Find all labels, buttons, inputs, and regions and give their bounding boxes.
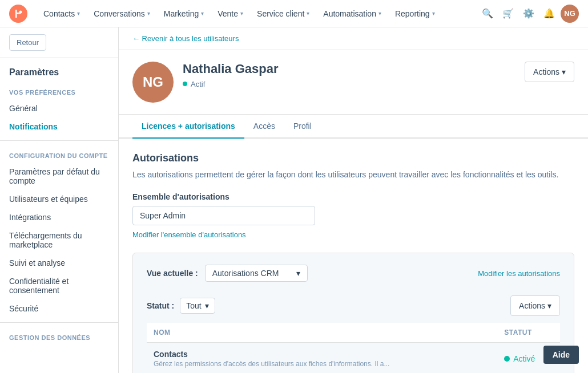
autorisations-description: Les autorisations permettent de gérer la… xyxy=(132,169,574,181)
chevron-down-icon: ▾ xyxy=(378,10,381,17)
avatar[interactable]: NG xyxy=(561,5,579,23)
col-statut: STATUT xyxy=(497,323,560,343)
table-header: NOM STATUT xyxy=(147,323,560,343)
vue-header: Vue actuelle : Autorisations CRM ▾ Modif… xyxy=(147,265,560,282)
chevron-down-icon: ▾ xyxy=(240,10,243,17)
sidebar: Retour Paramètres Vos préférences Généra… xyxy=(0,27,119,373)
table-row: Contacts Gérez les permissions d'accès d… xyxy=(147,343,560,374)
permission-name: Contacts xyxy=(154,350,490,359)
user-status: Actif xyxy=(183,80,205,88)
sidebar-item-telechargements[interactable]: Téléchargements du marketplace xyxy=(0,226,118,254)
breadcrumb: ← Revenir à tous les utilisateurs xyxy=(119,27,588,50)
user-actions-button[interactable]: Actions ▾ xyxy=(525,62,574,82)
table-cell-name: Contacts Gérez les permissions d'accès d… xyxy=(147,343,497,374)
col-nom: NOM xyxy=(147,323,497,343)
tab-profil[interactable]: Profil xyxy=(284,115,321,139)
status-text: Actif xyxy=(191,80,205,88)
nav-reporting[interactable]: Reporting▾ xyxy=(388,0,442,27)
nav-items: Contacts▾ Conversations▾ Marketing▾ Vent… xyxy=(37,0,478,27)
page-content: Autorisations Les autorisations permette… xyxy=(119,139,588,373)
nav-vente[interactable]: Vente▾ xyxy=(211,0,250,27)
vue-label-row: Vue actuelle : Autorisations CRM ▾ xyxy=(147,265,308,282)
ensemble-value: Super Admin xyxy=(132,206,315,225)
tabs: Licences + autorisations Accès Profil xyxy=(119,115,588,139)
vue-dropdown[interactable]: Autorisations CRM ▾ xyxy=(205,265,308,282)
modifier-autorisations-link[interactable]: Modifier les autorisations xyxy=(478,269,560,278)
statut-actions-button[interactable]: Actions ▾ xyxy=(510,295,560,316)
statut-label: Statut : xyxy=(147,301,174,310)
hubspot-logo[interactable] xyxy=(9,5,27,23)
sidebar-item-confidentialite[interactable]: Confidentialité et consentement xyxy=(0,272,118,299)
active-text: Activé xyxy=(513,354,535,363)
nav-conversations[interactable]: Conversations▾ xyxy=(87,0,157,27)
user-header: NG Nathalia Gaspar Actif Actions ▾ xyxy=(119,50,588,115)
sidebar-back-section: Retour xyxy=(0,27,118,58)
help-button[interactable]: Aide xyxy=(543,346,579,364)
statut-label-row: Statut : Tout ▾ xyxy=(147,298,215,314)
user-info: Nathalia Gaspar Actif xyxy=(183,62,515,88)
user-avatar: NG xyxy=(132,62,174,103)
sidebar-divider-2 xyxy=(0,322,118,323)
user-name: Nathalia Gaspar xyxy=(183,62,515,76)
sidebar-item-general[interactable]: Général xyxy=(0,99,118,117)
modifier-ensemble-link[interactable]: Modifier l'ensemble d'autorisations xyxy=(132,230,246,239)
active-dot-icon xyxy=(504,356,510,362)
notifications-button[interactable]: 🔔 xyxy=(540,5,558,23)
sidebar-section-vos-preferences: Vos préférences xyxy=(0,82,118,99)
settings-button[interactable]: ⚙️ xyxy=(519,5,538,23)
sidebar-item-suivi[interactable]: Suivi et analyse xyxy=(0,254,118,272)
sidebar-item-notifications[interactable]: Notifications xyxy=(0,117,118,136)
statut-header: Statut : Tout ▾ Actions ▾ xyxy=(147,295,560,316)
tout-dropdown[interactable]: Tout ▾ xyxy=(180,298,215,314)
search-button[interactable]: 🔍 xyxy=(478,5,497,23)
statut-section: Statut : Tout ▾ Actions ▾ xyxy=(147,295,560,373)
vue-actuelle-block: Vue actuelle : Autorisations CRM ▾ Modif… xyxy=(132,253,574,373)
sidebar-title: Paramètres xyxy=(0,58,118,82)
sidebar-section-config-compte: Configuration du compte xyxy=(0,145,118,163)
nav-right: 🔍 🛒 ⚙️ 🔔 NG xyxy=(478,5,579,23)
permissions-table: NOM STATUT Contacts Gérez les permission… xyxy=(147,323,560,373)
permission-desc: Gérez les permissions d'accès des utilis… xyxy=(154,360,490,368)
tab-licences[interactable]: Licences + autorisations xyxy=(132,115,244,139)
sidebar-section-gestion-donnees: Gestion des données xyxy=(0,327,118,344)
nav-contacts[interactable]: Contacts▾ xyxy=(37,0,87,27)
autorisations-title: Autorisations xyxy=(132,152,574,164)
sidebar-item-securite[interactable]: Sécurité xyxy=(0,299,118,318)
sidebar-item-integrations[interactable]: Intégrations xyxy=(0,208,118,226)
chevron-down-icon: ▾ xyxy=(432,10,435,17)
nav-marketing[interactable]: Marketing▾ xyxy=(157,0,211,27)
sidebar-item-utilisateurs[interactable]: Utilisateurs et équipes xyxy=(0,190,118,208)
chevron-down-icon: ▾ xyxy=(147,10,150,17)
chevron-down-icon: ▾ xyxy=(77,10,80,17)
marketplace-button[interactable]: 🛒 xyxy=(499,5,517,23)
nav-automatisation[interactable]: Automatisation▾ xyxy=(316,0,388,27)
sidebar-divider-1 xyxy=(0,140,118,141)
status-active-dot xyxy=(183,82,187,86)
ensemble-label: Ensemble d'autorisations xyxy=(132,192,574,201)
nav-service-client[interactable]: Service client▾ xyxy=(250,0,316,27)
breadcrumb-link[interactable]: ← Revenir à tous les utilisateurs xyxy=(132,34,239,43)
main-layout: Retour Paramètres Vos préférences Généra… xyxy=(0,27,588,373)
back-button[interactable]: Retour xyxy=(9,34,46,51)
chevron-down-icon: ▾ xyxy=(307,10,309,17)
top-navigation: Contacts▾ Conversations▾ Marketing▾ Vent… xyxy=(0,0,588,27)
sidebar-item-parametres-compte[interactable]: Paramètres par défaut du compte xyxy=(0,163,118,190)
chevron-down-icon: ▾ xyxy=(201,10,204,17)
tab-acces[interactable]: Accès xyxy=(244,115,284,139)
vue-actuelle-label: Vue actuelle : xyxy=(147,269,198,278)
table-body: Contacts Gérez les permissions d'accès d… xyxy=(147,343,560,374)
main-content: ← Revenir à tous les utilisateurs NG Nat… xyxy=(119,27,588,373)
